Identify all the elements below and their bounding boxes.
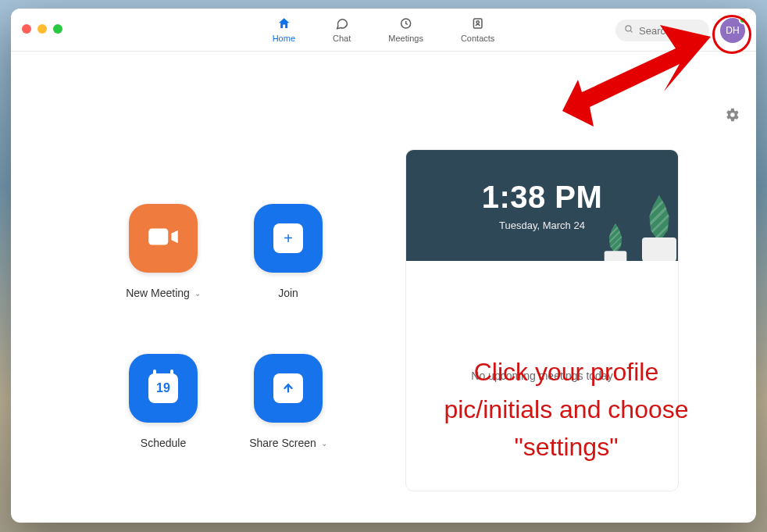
- window-close-button[interactable]: [22, 24, 31, 34]
- plant-decoration: [601, 223, 631, 261]
- new-meeting-button[interactable]: [129, 204, 198, 273]
- gear-icon: [723, 106, 740, 123]
- share-arrow-icon: [273, 373, 303, 403]
- search-field[interactable]: [615, 20, 709, 41]
- tab-chat[interactable]: Chat: [330, 16, 354, 43]
- new-meeting-label-row[interactable]: New Meeting ⌄: [126, 287, 201, 299]
- calendar-panel: 1:38 PM Tuesday, March 24 No upcoming me…: [405, 149, 679, 491]
- schedule-button[interactable]: 19: [129, 354, 198, 423]
- window-controls: [22, 24, 62, 34]
- tab-meetings[interactable]: Meetings: [385, 16, 426, 43]
- current-date: Tuesday, March 24: [499, 220, 585, 231]
- tab-home[interactable]: Home: [269, 16, 298, 43]
- action-schedule: 19 Schedule: [105, 354, 222, 449]
- titlebar: Home Chat Meetings Contacts: [11, 9, 756, 52]
- action-join: + Join: [230, 204, 347, 299]
- tab-chat-label: Chat: [333, 34, 351, 43]
- schedule-label: Schedule: [141, 437, 186, 449]
- chat-icon: [334, 16, 350, 30]
- join-label: Join: [278, 287, 298, 299]
- plus-glyph: +: [284, 230, 293, 248]
- profile-avatar[interactable]: DH: [720, 18, 745, 43]
- chevron-down-icon: ⌄: [194, 289, 201, 298]
- nav-tabs: Home Chat Meetings Contacts: [269, 9, 498, 51]
- home-icon: [276, 16, 291, 30]
- search-input[interactable]: [639, 25, 701, 37]
- calendar-header: 1:38 PM Tuesday, March 24: [406, 150, 678, 261]
- tab-contacts-label: Contacts: [461, 34, 494, 43]
- new-meeting-label: New Meeting: [126, 287, 190, 299]
- action-share-screen: Share Screen ⌄: [230, 354, 347, 449]
- avatar-initials: DH: [726, 25, 739, 36]
- app-window: Home Chat Meetings Contacts: [11, 9, 756, 523]
- tab-meetings-label: Meetings: [388, 34, 423, 43]
- svg-rect-4: [148, 229, 168, 245]
- presence-indicator: [739, 16, 747, 24]
- action-new-meeting: New Meeting ⌄: [105, 204, 222, 299]
- tab-contacts[interactable]: Contacts: [458, 16, 498, 43]
- chevron-down-icon: ⌄: [321, 439, 327, 448]
- action-grid: New Meeting ⌄ + Join 19: [105, 204, 347, 449]
- upcoming-meetings-empty: No upcoming meetings today: [406, 261, 678, 491]
- share-screen-label: Share Screen: [249, 437, 316, 449]
- settings-button[interactable]: [723, 106, 740, 123]
- svg-point-2: [476, 21, 479, 23]
- plus-icon: +: [273, 223, 303, 253]
- join-button[interactable]: +: [254, 204, 323, 273]
- window-fullscreen-button[interactable]: [53, 24, 62, 34]
- current-time: 1:38 PM: [482, 180, 603, 215]
- video-icon: [144, 217, 183, 259]
- window-minimize-button[interactable]: [37, 24, 47, 34]
- contacts-icon: [470, 16, 486, 30]
- main-content: New Meeting ⌄ + Join 19: [11, 52, 756, 523]
- share-screen-label-row[interactable]: Share Screen ⌄: [249, 437, 327, 449]
- clock-icon: [398, 16, 414, 30]
- calendar-icon: 19: [148, 373, 178, 403]
- svg-point-3: [626, 26, 631, 31]
- search-icon: [623, 23, 634, 37]
- tab-home-label: Home: [273, 34, 295, 43]
- calendar-day: 19: [156, 381, 170, 395]
- no-meetings-text: No upcoming meetings today: [471, 370, 612, 382]
- share-screen-button[interactable]: [254, 354, 323, 423]
- plant-decoration: [636, 194, 678, 261]
